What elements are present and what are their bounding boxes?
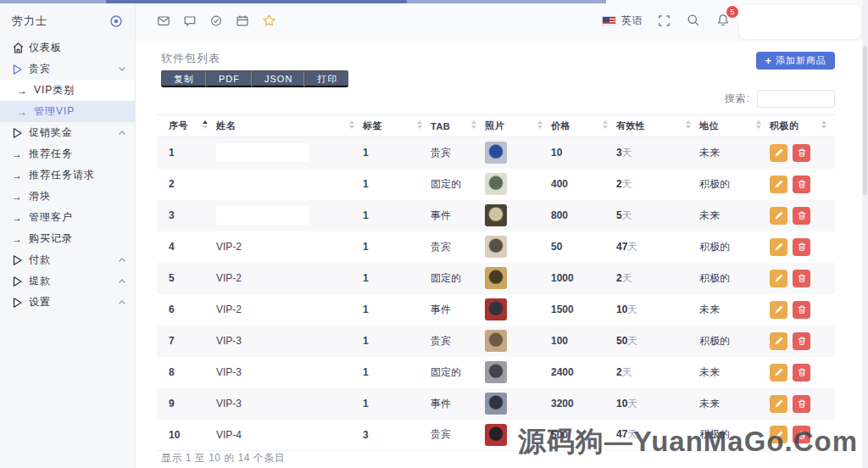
- censored-name-box: [216, 143, 309, 162]
- cell-status: 未来: [699, 294, 770, 326]
- export-button-JSON[interactable]: JSON: [252, 70, 304, 87]
- column-header-地位[interactable]: 地位: [699, 115, 770, 137]
- arrow-right-icon: →: [12, 212, 29, 224]
- delete-button[interactable]: [793, 144, 810, 162]
- column-header-照片[interactable]: 照片: [485, 115, 551, 137]
- column-header-姓名[interactable]: 姓名: [216, 115, 363, 137]
- cell-name: [216, 137, 363, 169]
- check-circle-icon[interactable]: [207, 11, 225, 30]
- edit-button[interactable]: [770, 207, 787, 225]
- sidebar-item-推荐任务[interactable]: →推荐任务: [0, 143, 135, 164]
- product-photo: [485, 236, 507, 258]
- sidebar-item-仪表板[interactable]: 仪表板: [0, 37, 135, 58]
- edit-button[interactable]: [770, 176, 787, 193]
- add-new-product-button[interactable]: + 添加新商品: [756, 52, 835, 70]
- edit-button[interactable]: [770, 270, 787, 287]
- edit-button[interactable]: [770, 144, 787, 162]
- sort-carets[interactable]: [756, 120, 761, 129]
- cell-status: 积极的: [699, 263, 770, 294]
- sort-carets[interactable]: [686, 120, 691, 129]
- sidebar-item-付款[interactable]: 付款: [0, 249, 135, 270]
- sidebar-item-管理客户[interactable]: →管理客户: [0, 207, 135, 228]
- sidebar-item-贵宾[interactable]: 贵宾: [0, 58, 135, 80]
- delete-button[interactable]: [793, 395, 810, 413]
- product-photo: [485, 361, 507, 383]
- table-row: 8VIP-31固定的24002天未来: [157, 357, 835, 388]
- column-header-序号[interactable]: 序号: [157, 115, 216, 137]
- delete-button[interactable]: [793, 332, 810, 350]
- cell-photo: [485, 357, 551, 388]
- cell-validity: 47天: [616, 231, 699, 263]
- edit-button[interactable]: [770, 238, 787, 256]
- sort-carets[interactable]: [471, 120, 476, 129]
- sidebar-item-促销奖金[interactable]: 促销奖金: [0, 122, 135, 143]
- star-icon[interactable]: [259, 11, 278, 30]
- delete-button[interactable]: [793, 207, 810, 225]
- sidebar-item-设置[interactable]: 设置: [0, 292, 135, 313]
- mail-icon[interactable]: [154, 11, 173, 30]
- export-button-复制[interactable]: 复制: [161, 70, 206, 87]
- chat-icon[interactable]: [181, 11, 199, 30]
- cell-no: 2: [157, 169, 216, 200]
- export-button-打印[interactable]: 打印: [304, 70, 348, 87]
- cell-actions: [770, 263, 835, 294]
- cell-validity: 2天: [616, 169, 699, 200]
- cell-no: 5: [157, 263, 216, 294]
- cell-actions: [770, 137, 835, 169]
- sort-carets[interactable]: [417, 120, 422, 129]
- cell-status: 积极的: [699, 326, 770, 357]
- column-header-价格[interactable]: 价格: [551, 115, 616, 137]
- topbar-controls: 英语 5: [602, 0, 732, 41]
- user-profile-box[interactable]: [739, 5, 861, 39]
- search-icon[interactable]: [684, 11, 703, 30]
- table-row: 6VIP-21事件150010天未来: [157, 294, 835, 326]
- sidebar-item-管理VIP[interactable]: →管理VIP: [0, 101, 135, 122]
- cell-validity: 50天: [616, 326, 699, 357]
- table-search: 搜索:: [725, 90, 835, 108]
- column-header-TAB[interactable]: TAB: [431, 115, 485, 137]
- page-title: 软件包列表: [161, 51, 220, 66]
- sort-carets[interactable]: [537, 120, 542, 129]
- scrollbar-thumb[interactable]: [863, 47, 867, 195]
- delete-button[interactable]: [793, 364, 810, 382]
- edit-button[interactable]: [770, 395, 787, 413]
- brand-title: 劳力士: [12, 14, 47, 29]
- delete-button[interactable]: [793, 301, 810, 319]
- sort-carets[interactable]: [821, 120, 826, 129]
- cell-tab: 事件: [431, 388, 485, 420]
- sort-carets[interactable]: [203, 120, 208, 129]
- chevron-up-icon: [116, 278, 126, 284]
- cell-photo: [485, 263, 551, 294]
- column-header-积极的[interactable]: 积极的: [770, 115, 835, 137]
- sidebar-item-购买记录[interactable]: →购买记录: [0, 228, 135, 249]
- cell-no: 10: [157, 420, 216, 451]
- sidebar-item-滑块[interactable]: →滑块: [0, 186, 135, 207]
- product-photo: [485, 298, 507, 320]
- edit-button[interactable]: [770, 301, 787, 319]
- sort-carets[interactable]: [603, 120, 608, 129]
- sidebar-toggle-icon[interactable]: [109, 14, 123, 28]
- export-button-PDF[interactable]: PDF: [206, 70, 252, 87]
- sidebar-item-推荐任务请求[interactable]: →推荐任务请求: [0, 164, 135, 186]
- sidebar-item-VIP类别[interactable]: →VIP类别: [0, 80, 135, 101]
- sidebar-item-提款[interactable]: 提款: [0, 270, 135, 292]
- language-switcher[interactable]: 英语: [602, 14, 643, 28]
- cell-tag: 1: [363, 388, 431, 420]
- column-header-标签[interactable]: 标签: [363, 115, 431, 137]
- notifications-bell[interactable]: 5: [714, 11, 732, 30]
- sort-carets[interactable]: [349, 120, 354, 129]
- search-input[interactable]: [757, 90, 835, 108]
- fullscreen-icon[interactable]: [654, 11, 673, 30]
- calendar-icon[interactable]: [233, 11, 252, 30]
- search-label: 搜索:: [725, 92, 750, 106]
- column-header-有效性[interactable]: 有效性: [616, 115, 699, 137]
- edit-button[interactable]: [770, 332, 787, 350]
- delete-button[interactable]: [793, 176, 810, 193]
- edit-button[interactable]: [770, 364, 787, 382]
- product-photo: [485, 330, 507, 352]
- delete-button[interactable]: [793, 270, 810, 287]
- plus-icon: +: [765, 54, 772, 67]
- table-row: 5VIP-21固定的10002天积极的: [157, 263, 835, 294]
- cell-photo: [485, 137, 551, 169]
- delete-button[interactable]: [793, 238, 810, 256]
